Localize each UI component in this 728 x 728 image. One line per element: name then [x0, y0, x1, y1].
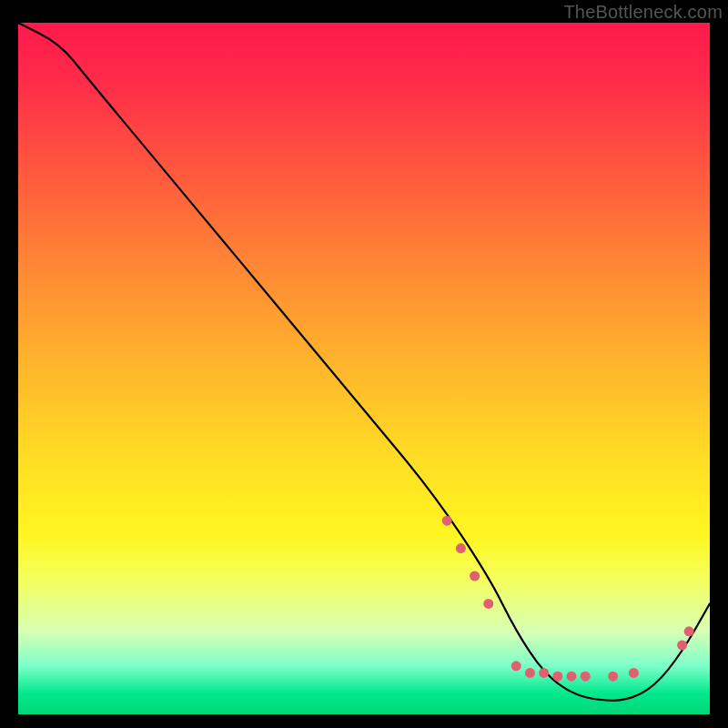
plot-area	[18, 23, 710, 714]
chart-frame: TheBottleneck.com	[0, 0, 728, 728]
highlight-dot	[539, 668, 549, 678]
watermark-text: TheBottleneck.com	[563, 2, 723, 23]
curve-svg	[18, 23, 710, 714]
highlight-dot	[567, 672, 577, 682]
highlight-dot	[552, 672, 562, 682]
highlight-dots	[442, 516, 694, 682]
highlight-dot	[470, 571, 480, 581]
highlight-dot	[677, 641, 687, 651]
highlight-dot	[684, 626, 694, 636]
highlight-dot	[581, 672, 591, 682]
highlight-dot	[511, 661, 521, 671]
highlight-dot	[483, 599, 493, 609]
highlight-dot	[456, 543, 466, 553]
highlight-dot	[629, 668, 639, 678]
bottleneck-curve	[18, 23, 710, 701]
highlight-dot	[442, 516, 452, 526]
highlight-dot	[608, 672, 618, 682]
highlight-dot	[525, 668, 535, 678]
